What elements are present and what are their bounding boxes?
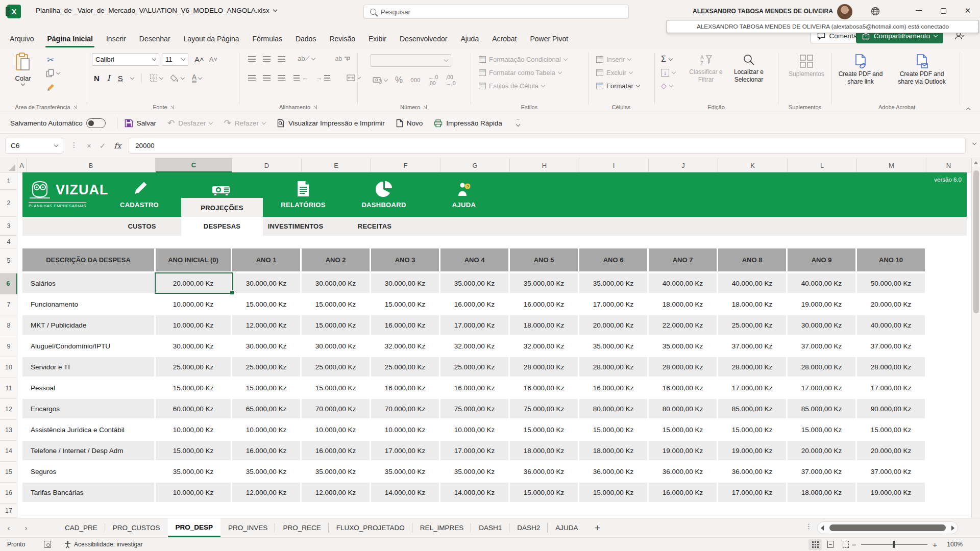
cancel-entry-button[interactable]: × — [87, 141, 91, 150]
expense-value-cell[interactable]: 15.000,00 Kz — [510, 483, 578, 502]
fill-color-button[interactable] — [170, 74, 184, 82]
expense-value-cell[interactable]: 35.000,00 Kz — [156, 462, 231, 481]
name-box[interactable]: C6 — [5, 138, 63, 154]
insert-function-button[interactable]: fx — [114, 141, 121, 151]
expense-value-cell[interactable]: 15.000,00 Kz — [156, 441, 231, 460]
expense-value-cell[interactable]: 70.000,00 Kz — [371, 399, 439, 418]
merge-center-button[interactable] — [347, 74, 360, 81]
expense-value-cell[interactable]: 75.000,00 Kz — [510, 399, 578, 418]
expense-value-cell[interactable]: 85.000,00 Kz — [718, 399, 786, 418]
row-header-11[interactable]: 11 — [0, 378, 17, 399]
sheet-tab-pro_desp[interactable]: PRO_DESP — [168, 518, 221, 537]
autosum-button[interactable]: Σ — [661, 53, 672, 66]
maximize-button[interactable] — [931, 0, 955, 21]
autosave-toggle[interactable]: Salvamento Automático — [10, 118, 106, 128]
expense-value-cell[interactable]: 35.000,00 Kz — [371, 462, 439, 481]
dialog-launcher-icon[interactable] — [423, 105, 427, 109]
expense-value-cell[interactable]: 15.000,00 Kz — [302, 294, 370, 314]
format-cells-button[interactable]: Formatar — [596, 79, 640, 92]
expense-value-cell[interactable]: 16.000,00 Kz — [232, 441, 300, 460]
nav-ajuda[interactable]: ?AJUDA — [423, 172, 505, 217]
expense-value-cell[interactable]: 15.000,00 Kz — [156, 378, 231, 397]
expense-value-cell[interactable]: 17.000,00 Kz — [718, 483, 786, 502]
zoom-slider[interactable] — [861, 544, 927, 545]
expense-value-cell[interactable]: 28.000,00 Kz — [510, 357, 578, 377]
sheet-options-icon[interactable]: ⋮ — [805, 522, 812, 530]
expense-value-cell[interactable]: 12.000,00 Kz — [302, 483, 370, 502]
expense-value-cell[interactable]: 32.000,00 Kz — [510, 336, 578, 356]
minimize-button[interactable] — [906, 0, 931, 21]
align-right-icon[interactable] — [278, 75, 285, 81]
expense-value-cell[interactable]: 32.000,00 Kz — [371, 336, 439, 356]
expense-value-cell[interactable]: 15.000,00 Kz — [857, 420, 925, 439]
expense-value-cell[interactable]: 37.000,00 Kz — [857, 462, 925, 481]
row-header-10[interactable]: 10 — [0, 357, 17, 378]
expense-value-cell[interactable]: 19.000,00 Kz — [857, 483, 925, 502]
expense-value-cell[interactable]: 10.000,00 Kz — [440, 420, 508, 439]
bold-button[interactable]: N — [94, 74, 100, 83]
row-header-1[interactable]: 1 — [0, 172, 17, 190]
font-name-select[interactable]: Calibri — [92, 53, 159, 66]
expense-value-cell[interactable]: 80.000,00 Kz — [579, 399, 647, 418]
wrap-text-button[interactable]: ab — [335, 55, 350, 62]
cut-button[interactable]: ✂ — [47, 55, 54, 65]
expense-label[interactable]: Aluguel/Condomínio/IPTU — [22, 336, 154, 356]
expand-formula-bar-button[interactable] — [972, 141, 976, 145]
align-bottom-icon[interactable] — [278, 56, 285, 62]
clear-button[interactable]: ◇ — [661, 79, 673, 92]
paste-button[interactable]: Colar — [14, 53, 32, 85]
expense-value-cell[interactable]: 25.000,00 Kz — [718, 315, 786, 335]
sheet-tab-fluxo_projetado[interactable]: FLUXO_PROJETADO — [329, 518, 412, 537]
expense-value-cell[interactable]: 16.000,00 Kz — [371, 315, 439, 335]
menu-tab-página-inicial[interactable]: Página Inicial — [40, 30, 99, 48]
column-header-C[interactable]: C — [156, 158, 232, 172]
expense-value-cell[interactable]: 65.000,00 Kz — [232, 399, 300, 418]
expense-value-cell[interactable]: 16.000,00 Kz — [302, 441, 370, 460]
expense-value-cell[interactable]: 30.000,00 Kz — [788, 315, 855, 335]
expense-value-cell[interactable]: 20.000,00 Kz — [788, 441, 855, 460]
search-input[interactable]: Pesquisar — [363, 5, 629, 19]
menu-tab-desenhar[interactable]: Desenhar — [133, 30, 177, 48]
nav-dashboard[interactable]: DASHBOARD — [343, 172, 425, 217]
expense-value-cell[interactable]: 18.000,00 Kz — [579, 441, 647, 460]
column-header-H[interactable]: H — [510, 158, 579, 172]
menu-tab-layout-da-página[interactable]: Layout da Página — [177, 30, 246, 48]
expense-label[interactable]: Assistência Jurídica e Contábil — [22, 420, 154, 439]
save-button[interactable]: Salvar — [125, 119, 156, 128]
formula-input[interactable]: 20000 — [129, 138, 966, 154]
more-commands-button[interactable] — [517, 119, 520, 128]
row-header-8[interactable]: 8 — [0, 315, 17, 336]
sort-filter-button[interactable]: AZ Classificar e Filtrar — [687, 54, 725, 84]
macro-record-button[interactable] — [44, 541, 51, 548]
next-sheet-button[interactable]: › — [17, 518, 35, 537]
vertical-scrollbar[interactable] — [971, 158, 980, 518]
dialog-launcher-icon[interactable] — [73, 105, 77, 109]
column-header-L[interactable]: L — [788, 158, 857, 172]
globe-icon[interactable] — [871, 7, 880, 16]
expense-value-cell[interactable]: 10.000,00 Kz — [232, 420, 300, 439]
expense-value-cell[interactable]: 70.000,00 Kz — [302, 399, 370, 418]
orientation-button[interactable]: ab⟋ — [298, 55, 315, 63]
expense-value-cell[interactable]: 35.000,00 Kz — [440, 273, 508, 293]
expense-value-cell[interactable]: 36.000,00 Kz — [510, 462, 578, 481]
expense-value-cell[interactable]: 30.000,00 Kz — [156, 336, 231, 356]
expense-value-cell[interactable]: 28.000,00 Kz — [718, 357, 786, 377]
expense-value-cell[interactable]: 10.000,00 Kz — [371, 420, 439, 439]
close-button[interactable]: ✕ — [955, 0, 980, 21]
menu-tab-power-pivot[interactable]: Power Pivot — [523, 30, 575, 48]
menu-tab-ajuda[interactable]: Ajuda — [454, 30, 485, 48]
expense-value-cell[interactable]: 15.000,00 Kz — [302, 315, 370, 335]
expense-value-cell[interactable]: 30.000,00 Kz — [302, 273, 370, 293]
expense-value-cell[interactable]: 36.000,00 Kz — [718, 462, 786, 481]
menu-tab-fórmulas[interactable]: Fórmulas — [246, 30, 289, 48]
sheet-tab-cad_pre[interactable]: CAD_PRE — [57, 518, 105, 537]
expense-value-cell[interactable]: 16.000,00 Kz — [371, 378, 439, 397]
decrease-font-button[interactable]: A˅ — [209, 56, 217, 63]
column-header-K[interactable]: K — [718, 158, 788, 172]
align-top-icon[interactable] — [248, 56, 256, 62]
borders-button[interactable] — [150, 74, 163, 82]
sheet-tab-dash1[interactable]: DASH1 — [471, 518, 509, 537]
column-header-J[interactable]: J — [649, 158, 718, 172]
nav-relatórios[interactable]: RELATÓRIOS — [262, 172, 344, 217]
format-as-table-button[interactable]: Formatar como Tabela — [479, 66, 561, 79]
